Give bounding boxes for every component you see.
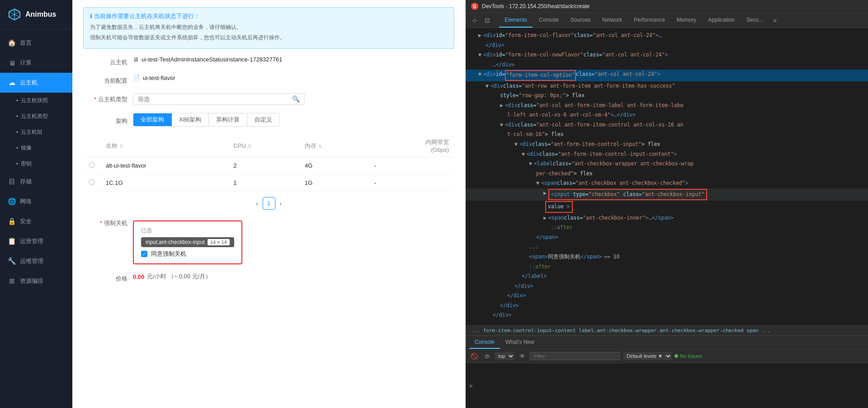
html-line-15[interactable]: ▶ <span class="ant-checkbox-inner" > … <… [466,213,868,223]
expand-arrow-3[interactable]: ▼ [478,70,481,81]
html-line-9b[interactable]: t-col-sm-16" > flex [466,130,868,140]
html-line-14[interactable]: ▶ <input type="checkbox" class="ant-chec… [466,188,868,201]
sidebar-item-security[interactable]: 🔒 安全 [0,211,72,231]
sidebar-sub-flavor[interactable]: 云主机类型 [0,108,72,124]
html-line-16[interactable]: ::after [466,223,868,233]
sidebar-item-resources[interactable]: ⊞ 资源编排 [0,271,72,291]
devtools-tab-elements[interactable]: Elements [499,13,533,28]
console-panel: Console What's New 🚫 ⊘ top 👁 Default lev… [466,336,868,408]
cursor-icon[interactable]: ⊹ [469,15,480,26]
html-line-14b[interactable]: value > [466,201,868,213]
html-line-23[interactable]: </div> [466,291,868,301]
page-1[interactable]: 1 [263,197,275,210]
context-select[interactable]: top [495,352,514,360]
stop-icon[interactable]: ⊘ [482,351,492,361]
html-line-7[interactable]: style="row-gap: 0px;" > flex [466,91,868,101]
levels-select[interactable]: Default levels ▼ [623,352,672,360]
expand-arrow-12[interactable]: ▶ [543,214,547,223]
expand-arrow-7[interactable]: ▼ [514,140,518,149]
console-filter-input[interactable] [530,352,620,360]
expand-arrow[interactable]: ▶ [478,31,481,40]
expand-arrow-2[interactable]: ▼ [478,51,481,60]
radio-btn-0[interactable] [89,162,95,168]
radio-btn-1[interactable] [89,179,95,185]
cell-cpu-0: 2 [228,157,299,174]
sort-icon-cpu[interactable]: ⇅ [248,144,251,149]
table-row-1[interactable]: 1C.1G 1 1G - [83,174,454,192]
search-input-wrap[interactable]: 🔍 [133,93,305,105]
sidebar-item-compute[interactable]: 🖥 计算 [0,53,72,73]
arch-tab-hetero[interactable]: 异构计算 [209,113,247,126]
html-line-17[interactable]: </span> [466,233,868,243]
checkbox-agree[interactable]: ✓ [141,251,147,257]
html-line-12b[interactable]: per-checked" > flex [466,169,868,179]
sidebar-sub-image[interactable]: 镜像 [0,140,72,156]
html-line-8[interactable]: ▶ <div class="ant-col ant-form-item-labe… [466,101,868,111]
devtools-tab-console[interactable]: Console [533,13,564,28]
sidebar-item-home[interactable]: 🏠 首页 [0,33,72,53]
sidebar-item-devops[interactable]: 🔧 运维管理 [0,251,72,271]
expand-arrow-4[interactable]: ▼ [486,82,489,91]
sidebar-item-vm[interactable]: ☁ 云主机 [0,73,72,93]
html-line-9[interactable]: ▼ <div class="ant-col ant-form-item-cont… [466,120,868,130]
sort-icon-name[interactable]: ⇅ [119,144,123,149]
breadcrumb-span[interactable]: span [746,328,759,333]
expand-arrow-8[interactable]: ▼ [522,150,525,159]
html-line-21[interactable]: </label> [466,272,868,281]
html-line-3[interactable]: ▼ <div id="form-item-col-newFlavor" clas… [466,50,868,60]
sidebar-sub-key[interactable]: 密钥 [0,156,72,172]
breadcrumb-label[interactable]: label.ant-checkbox-wrapper.ant-checkbox-… [579,328,743,333]
html-line-13[interactable]: ▼ <span class="ant-checkbox ant-checkbox… [466,178,868,188]
page-next[interactable]: › [278,200,283,207]
html-line-11[interactable]: ▼ <div class="ant-form-item-control-inpu… [466,150,868,159]
devtools-tab-sources[interactable]: Sources [565,13,596,28]
html-line-18[interactable]: ... [466,242,868,252]
device-icon[interactable]: ⊡ [482,15,493,26]
devtools-tab-application[interactable]: Application [703,13,740,28]
console-input[interactable] [476,383,864,389]
console-tab-console[interactable]: Console [469,336,500,349]
devtools-tab-security[interactable]: Secu... [741,13,769,28]
html-line-22[interactable]: </div> [466,281,868,291]
html-line-19[interactable]: <span> 同意强制关机 </span> == $0 [466,252,868,262]
expand-arrow-11[interactable]: ▶ [543,189,547,201]
sidebar-item-storage[interactable]: 目 存储 [0,172,72,192]
sort-icon-memory[interactable]: ⇅ [318,144,322,149]
search-icon[interactable]: 🔍 [292,95,300,103]
html-line-2[interactable]: </div> [466,41,868,51]
shutdown-section: 已选 input.ant-checkbox-input 14 × 14 ✓ 同意… [133,220,242,264]
expand-arrow-10[interactable]: ▼ [536,179,539,188]
elements-panel[interactable]: ▶ <div id="form-item-col-flavor" class="… [466,28,868,325]
arch-tab-all[interactable]: 全部架构 [133,113,172,126]
html-line-20[interactable]: ::after [466,262,868,272]
devtools-tab-performance[interactable]: Performance [628,13,670,28]
sidebar-item-ops[interactable]: 📋 运营管理 [0,231,72,251]
breadcrumb-form-item[interactable]: form-item-control-input-content [483,328,576,333]
html-line-25[interactable]: </div> [466,310,868,320]
console-tab-whatsnew[interactable]: What's New [500,336,540,349]
expand-arrow-9[interactable]: ▼ [529,159,532,169]
arch-tab-custom[interactable]: 自定义 [247,113,279,126]
html-line-1[interactable]: ▶ <div id="form-item-col-flavor" class="… [466,31,868,41]
html-line-6[interactable]: ▼ <div class="ant-row ant-form-item ant-… [466,81,868,91]
eye-icon[interactable]: 👁 [517,351,527,361]
sidebar-sub-group[interactable]: 云主机组 [0,124,72,140]
html-line-10[interactable]: ▼ <div class="ant-form-item-control-inpu… [466,140,868,150]
clear-console-btn[interactable]: 🚫 [469,351,479,361]
devtools-tab-memory[interactable]: Memory [671,13,702,28]
page-prev[interactable]: ‹ [254,200,259,207]
html-line-24[interactable]: </div> [466,301,868,311]
html-line-12[interactable]: ▼ <label class="ant-checkbox-wrapper ant… [466,159,868,169]
html-line-5[interactable]: ▼ <div id= "form-item-col-option" class=… [466,70,868,81]
devtools-tab-more[interactable]: » [769,13,780,28]
sidebar-item-network[interactable]: 🌐 网络 [0,192,72,211]
html-line-8b[interactable]: l-left ant-col-xs-6 ant-col-sm-4" > … </… [466,110,868,120]
arch-tab-x86[interactable]: X86架构 [172,113,209,126]
html-line-4[interactable]: … </div> [466,60,868,70]
search-input[interactable] [138,96,292,103]
expand-arrow-6[interactable]: ▼ [500,121,503,130]
sidebar-sub-snapshot[interactable]: 云主机快照 [0,93,72,108]
devtools-tab-network[interactable]: Network [597,13,627,28]
expand-arrow-5[interactable]: ▶ [500,101,503,110]
table-row-0[interactable]: alt-ui-test-flavor 2 4G - [83,157,454,174]
